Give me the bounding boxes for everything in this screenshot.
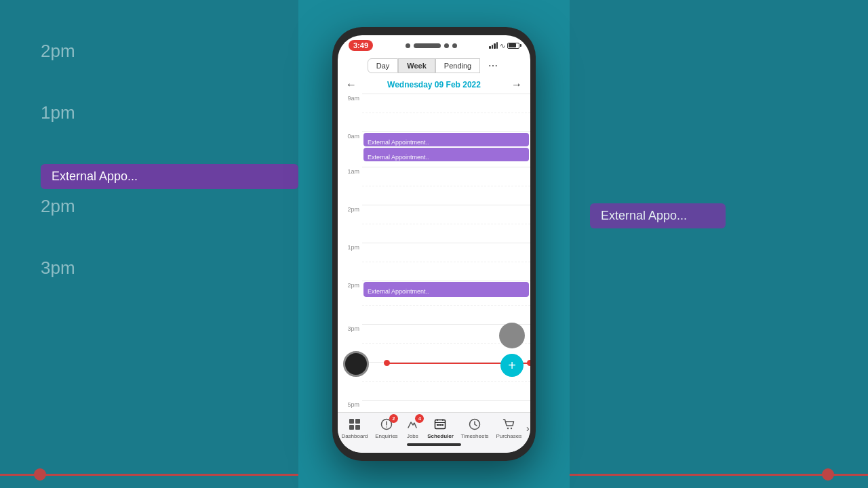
nav-item-purchases[interactable]: Purchases: [493, 417, 524, 439]
nav-item-scheduler[interactable]: Scheduler: [425, 417, 456, 439]
tab-pending[interactable]: Pending: [435, 58, 480, 73]
appointment-3-text: External Appointment..: [368, 288, 429, 295]
appointment-1[interactable]: External Appointment..: [363, 133, 529, 146]
nav-chevron[interactable]: ›: [526, 423, 530, 434]
notch-dot-3: [452, 43, 457, 48]
jobs-badge: 4: [415, 414, 424, 423]
time-row-9am: 9am: [338, 94, 530, 113]
jobs-icon: 4: [405, 417, 420, 432]
time-cell-2pm: External Appointment..: [362, 281, 530, 305]
wifi-icon: ∿: [500, 42, 505, 49]
time-row-430: [338, 381, 530, 400]
time-label-12pm: 2pm: [338, 205, 362, 224]
appointment-1-text: External Appointment..: [368, 139, 429, 146]
battery-icon: [507, 43, 519, 49]
phone-screen: 3:49 ∿ Day: [338, 35, 530, 453]
enquiries-icon: 2: [379, 417, 394, 432]
bg-time-3pm: 3pm: [41, 258, 75, 279]
fab-area: +: [499, 323, 525, 377]
time-label-1230: [338, 224, 362, 243]
notch-dot-2: [444, 43, 449, 48]
bg-time-1pm: 1pm: [41, 102, 75, 123]
purchases-label: Purchases: [496, 433, 521, 439]
bg-time-2pm-1: 2pm: [41, 41, 75, 62]
background-left: 2pm 1pm External Appo... 2pm 3pm: [0, 0, 298, 488]
time-label-11am: 1am: [338, 167, 362, 186]
time-row-1pm: 1pm: [338, 243, 530, 262]
status-icons: ∿: [489, 42, 519, 49]
enquiries-label: Enquiries: [375, 433, 397, 439]
time-cell-1230: [362, 224, 530, 243]
time-label-230: [338, 305, 362, 324]
notch-capsule: [414, 43, 441, 48]
timesheets-icon: [467, 417, 482, 432]
scheduler-label: Scheduler: [427, 433, 454, 439]
time-label-9am: 9am: [338, 94, 362, 113]
time-row-2pm: 2pm External Appointment..: [338, 281, 530, 305]
time-label-2pm: 2pm: [338, 281, 362, 305]
bottom-nav: Dashboard 2 Enquiries 4: [338, 412, 530, 453]
nav-item-dashboard[interactable]: Dashboard: [338, 417, 370, 439]
appointment-2-text: External Appointment..: [368, 154, 429, 161]
svg-rect-3: [355, 425, 360, 430]
home-bar: [407, 443, 461, 446]
time-cell-1pm: [362, 243, 530, 262]
status-time: 3:49: [349, 40, 373, 51]
time-cell-9am: [362, 94, 530, 113]
svg-point-14: [507, 428, 509, 429]
phone-device: 3:49 ∿ Day: [332, 27, 536, 461]
time-label-10am: 0am: [338, 131, 362, 167]
svg-rect-2: [349, 425, 354, 430]
svg-point-15: [511, 428, 512, 429]
time-row-230: [338, 305, 530, 324]
time-cell-230: [362, 305, 530, 324]
time-row-1130: [338, 186, 530, 205]
calendar-scroll[interactable]: 9am 0am External Appointment..: [338, 94, 530, 412]
time-row-1230: [338, 224, 530, 243]
background-right: External Appo...: [570, 0, 868, 488]
next-date-button[interactable]: →: [511, 79, 522, 91]
time-cell-10am: External Appointment.. External Appointm…: [362, 131, 530, 167]
nav-items: Dashboard 2 Enquiries 4: [338, 417, 530, 439]
tab-day[interactable]: Day: [368, 58, 399, 73]
appointment-2[interactable]: External Appointment..: [363, 148, 529, 161]
time-label-930: [338, 113, 362, 131]
prev-date-button[interactable]: ←: [346, 79, 357, 91]
record-button[interactable]: [343, 351, 369, 377]
time-cell-930: [362, 113, 530, 131]
nav-item-timesheets[interactable]: Timesheets: [458, 417, 492, 439]
nav-item-enquiries[interactable]: 2 Enquiries: [372, 417, 400, 439]
time-row-12pm: 2pm: [338, 205, 530, 224]
svg-rect-1: [355, 419, 360, 424]
time-cell-1130: [362, 186, 530, 205]
tab-switcher: Day Week Pending ⋯: [338, 54, 530, 76]
fab-gray-button[interactable]: [499, 323, 525, 348]
date-header: ← Wednesday 09 Feb 2022 →: [338, 76, 530, 94]
svg-rect-0: [349, 419, 354, 424]
time-cell-12pm: [362, 205, 530, 224]
timesheets-label: Timesheets: [461, 433, 489, 439]
bg-time-2pm-2: 2pm: [41, 196, 75, 217]
notch-dot-1: [406, 43, 410, 48]
more-options-button[interactable]: ⋯: [486, 58, 500, 73]
time-label-1130: [338, 186, 362, 205]
nav-item-jobs[interactable]: 4 Jobs: [402, 417, 422, 439]
appointment-3[interactable]: External Appointment..: [363, 282, 529, 297]
tab-week[interactable]: Week: [398, 58, 435, 73]
add-button[interactable]: +: [500, 354, 524, 377]
purchases-icon: [501, 417, 516, 432]
time-label-130: [338, 262, 362, 281]
time-label-5pm: 5pm: [338, 400, 362, 412]
svg-point-5: [386, 426, 387, 428]
dashboard-label: Dashboard: [341, 433, 368, 439]
time-row-130: [338, 262, 530, 281]
time-label-1pm: 1pm: [338, 243, 362, 262]
notch: [406, 43, 457, 48]
current-time-dot-left: [384, 360, 390, 366]
time-row-10am: 0am External Appointment.. External Appo…: [338, 131, 530, 167]
time-row-11am: 1am: [338, 167, 530, 186]
dashboard-icon: [347, 417, 362, 432]
time-label-430: [338, 381, 362, 400]
home-indicator: [338, 439, 530, 450]
jobs-label: Jobs: [407, 433, 418, 439]
